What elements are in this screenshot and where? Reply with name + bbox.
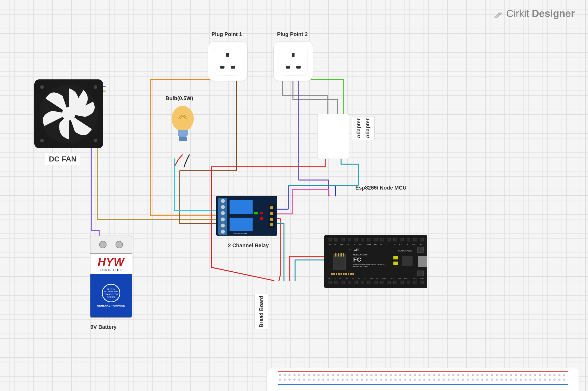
mcu-led bbox=[393, 256, 398, 259]
plug-face bbox=[279, 47, 308, 76]
battery-body: 6F22 9V BATTERY FOR TRANSISTOR RADIOS GE… bbox=[90, 274, 132, 317]
plug2-label: Plug Point 2 bbox=[273, 30, 311, 39]
mcu-label: Esp8266/ Node MCU bbox=[352, 183, 410, 192]
relay-cube-1 bbox=[229, 200, 253, 214]
battery-terminal-neg bbox=[116, 241, 123, 248]
wire-adapter-red bbox=[212, 159, 325, 174]
relay-led bbox=[260, 212, 263, 214]
battery-spec: 6F22 9V BATTERY FOR TRANSISTOR RADIOS bbox=[102, 284, 120, 302]
wire-adapter-teal bbox=[341, 159, 358, 176]
wire-bulb-red bbox=[175, 155, 182, 165]
mcu-usb-chip bbox=[402, 256, 412, 266]
relay-led bbox=[260, 217, 263, 220]
bulb-label: Bulb(0.5W) bbox=[162, 94, 197, 103]
plug-slot bbox=[286, 66, 290, 69]
wire-plug2-green bbox=[304, 79, 344, 114]
relay-cube-2 bbox=[229, 218, 253, 231]
mcu-usb-port bbox=[418, 256, 427, 267]
mcu-silabs: SILABS CP2102 bbox=[398, 250, 412, 252]
wire-plug2-adapter-2 bbox=[293, 79, 337, 114]
battery-longlife: LONG LIFE bbox=[90, 268, 132, 272]
breadboard-label: Bread Board bbox=[254, 294, 268, 329]
relay-led bbox=[254, 212, 258, 214]
wire-bulb-relay-cyan bbox=[174, 159, 216, 210]
mcu-pinrow-top bbox=[328, 238, 424, 242]
mcu-reset-button[interactable] bbox=[417, 271, 424, 276]
brand-name: Cirkit bbox=[506, 8, 529, 19]
breadboard[interactable] bbox=[267, 368, 579, 391]
relay-label: 2 Channel Relay bbox=[224, 241, 273, 250]
wire-relay-mcu-pink bbox=[276, 190, 330, 214]
bulb-icon bbox=[168, 105, 197, 153]
plug-slot bbox=[231, 66, 235, 69]
battery-9v[interactable]: HYW LONG LIFE 6F22 9V BATTERY FOR TRANSI… bbox=[90, 236, 132, 318]
battery-gp: GENERAL PURPOSE bbox=[97, 304, 125, 307]
relay-2ch[interactable]: 2 Relay Module bbox=[216, 196, 277, 236]
mcu-pin-labels-bot: A0GVUS3S2S1SCS0SKGND3V3ENRSTGNDVIN bbox=[328, 277, 424, 280]
mcu-details: MODEL VENDOR FC ESP8266MOD AI-THINKER IS… bbox=[353, 254, 385, 268]
wire-relay-mcu-blue bbox=[276, 185, 336, 209]
design-canvas[interactable]: DC FAN Plug Point 1 Plug Point 2 Bulb(0.… bbox=[0, 0, 588, 391]
battery-label: 9V Battery bbox=[87, 322, 120, 332]
battery-brand: HYW bbox=[90, 254, 132, 268]
wire-adaptteal-long bbox=[288, 176, 358, 185]
wifi-icon bbox=[349, 248, 353, 251]
relay-board-text: 2 Relay Module bbox=[233, 232, 247, 235]
plug-face bbox=[213, 47, 242, 76]
svg-point-8 bbox=[498, 12, 500, 14]
relay-header-pins bbox=[269, 205, 275, 228]
mcu-pinrow-bot bbox=[328, 281, 424, 285]
plug-slot bbox=[296, 66, 301, 69]
plug-point-1[interactable] bbox=[208, 41, 247, 81]
dc-fan[interactable] bbox=[34, 79, 103, 148]
adapter[interactable] bbox=[317, 114, 349, 159]
mcu-esp-chip bbox=[333, 254, 346, 269]
plug-slot bbox=[220, 66, 224, 69]
relay-screw-terminals bbox=[218, 198, 227, 235]
svg-rect-7 bbox=[179, 137, 187, 141]
svg-point-3 bbox=[94, 85, 97, 89]
svg-point-2 bbox=[40, 85, 44, 89]
plug1-label: Plug Point 1 bbox=[208, 30, 246, 39]
mcu-led bbox=[393, 262, 398, 265]
bb-rail bbox=[278, 384, 568, 385]
bb-rail bbox=[278, 371, 568, 372]
nodemcu-esp8266[interactable]: D0D1D2D3D43V3GNDD5D6D7D8RXTXGND3V3 A0GVU… bbox=[324, 235, 427, 288]
mcu-gold-pads bbox=[331, 273, 354, 275]
plug-slot bbox=[292, 53, 295, 57]
dc-fan-label: DC FAN bbox=[45, 153, 80, 165]
wire-relay-bboard-teal bbox=[276, 223, 284, 281]
mcu-pin-labels-top: D0D1D2D3D43V3GNDD5D6D7D8RXTXGND3V3 bbox=[328, 243, 424, 246]
svg-point-9 bbox=[500, 12, 502, 14]
svg-point-4 bbox=[40, 139, 44, 142]
svg-point-6 bbox=[172, 106, 194, 131]
bulb[interactable] bbox=[168, 105, 197, 154]
brand-icon bbox=[493, 8, 504, 19]
battery-terminals bbox=[90, 236, 132, 254]
wire-bulb-black bbox=[184, 155, 189, 167]
plug-slot bbox=[226, 53, 229, 57]
bb-power-row-top bbox=[279, 374, 567, 382]
brand-watermark: Cirkit Designer bbox=[493, 8, 575, 19]
mcu-antenna bbox=[335, 253, 344, 257]
adapter-label-2: Adapter bbox=[361, 116, 375, 140]
battery-terminal-pos bbox=[99, 241, 107, 248]
mcu-flash-button[interactable] bbox=[417, 247, 424, 253]
mcu-wifi-label: WiFi bbox=[349, 248, 359, 251]
wire-fan-relay bbox=[98, 91, 216, 220]
brand-suffix: Designer bbox=[532, 8, 575, 19]
fan-icon bbox=[38, 83, 99, 144]
plug-point-2[interactable] bbox=[273, 41, 313, 81]
svg-point-5 bbox=[94, 139, 97, 142]
wire-plug2-adapter-1 bbox=[282, 79, 328, 114]
mcu-wifi-text: WiFi bbox=[354, 248, 359, 251]
